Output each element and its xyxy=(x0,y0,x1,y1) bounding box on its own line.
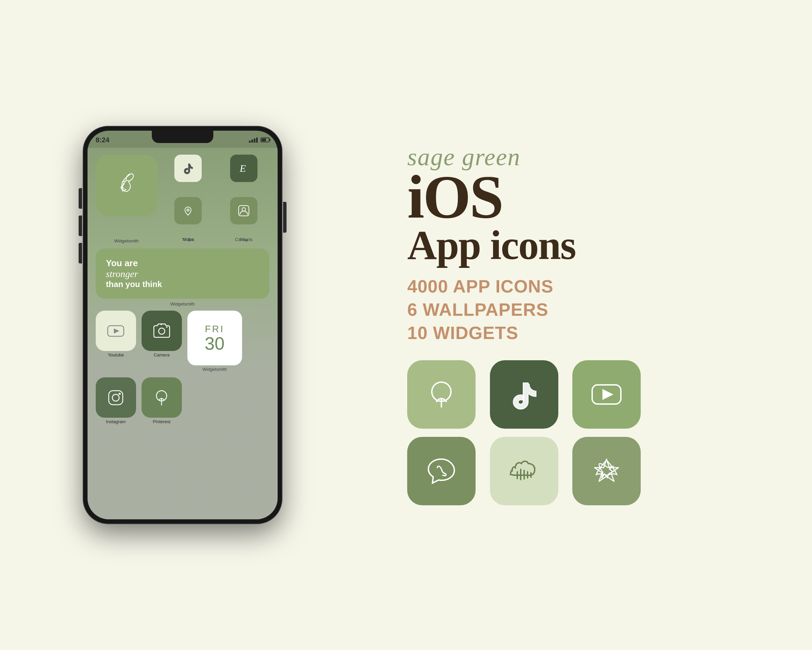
signal-bars-icon xyxy=(249,138,258,143)
tiktok-svg xyxy=(181,162,195,175)
calendar-widget[interactable]: FRI 30 xyxy=(187,310,242,366)
camera-label: Camera xyxy=(154,352,169,358)
feature-3: 10 WIDGETS xyxy=(407,323,553,343)
app-grid-top: Widgetsmith TikTok xyxy=(96,154,269,235)
small-app-grid: TikTok E Etsy xyxy=(163,154,269,235)
feature-2: 6 WALLPAPERS xyxy=(407,299,553,320)
main-container: 8:24 xyxy=(0,0,812,650)
svg-point-6 xyxy=(159,328,165,334)
calendar-day: FRI xyxy=(205,324,224,335)
bottom-icon-row: Instagram Pinterest xyxy=(96,377,269,424)
widgetsmith-icon-large[interactable] xyxy=(96,154,157,216)
right-section: sage green iOS App icons 4000 APP ICONS … xyxy=(394,145,728,505)
features-list: 4000 APP ICONS 6 WALLPAPERS 10 WIDGETS xyxy=(407,276,553,343)
signal-bar-2 xyxy=(251,139,253,143)
airplane-tile-svg xyxy=(589,454,624,488)
status-icons xyxy=(249,136,269,143)
maps-svg xyxy=(182,204,195,217)
status-time: 8:24 xyxy=(96,135,109,144)
youtube-svg xyxy=(106,321,125,340)
title-app-icons: App icons xyxy=(407,225,575,266)
pinterest-svg xyxy=(152,388,171,407)
motivation-text2: stronger xyxy=(106,269,259,280)
pinterest-tile-svg xyxy=(424,377,458,411)
viber-tile-svg xyxy=(424,454,458,488)
maps-label: Maps xyxy=(183,237,194,242)
svg-point-1 xyxy=(187,209,189,211)
icon-tile-soundcloud[interactable] xyxy=(490,437,558,505)
widgetsmith-label: Widgetsmith xyxy=(114,239,139,243)
youtube-icon[interactable] xyxy=(96,310,136,351)
instagram-label: Instagram xyxy=(106,419,126,424)
svg-marker-5 xyxy=(114,329,119,333)
soundcloud-tile-svg xyxy=(507,454,541,488)
instagram-icon[interactable] xyxy=(96,377,136,418)
pinterest-phone-icon[interactable] xyxy=(142,377,182,418)
phone-screen: 8:24 xyxy=(87,131,278,519)
widgetsmith-label-2: Widgetsmith xyxy=(96,301,269,306)
svg-text:E: E xyxy=(239,162,246,174)
motivation-text1: You are xyxy=(106,258,259,269)
icon-tile-pinterest[interactable] xyxy=(407,360,476,429)
bird-leaf-icon xyxy=(108,167,145,204)
phone-notch xyxy=(152,131,213,143)
icon-tile-airplane[interactable] xyxy=(572,437,641,505)
camera-icon[interactable]: ✦ xyxy=(142,310,182,351)
feature-1: 4000 APP ICONS xyxy=(407,276,553,297)
motivation-text3: than you think xyxy=(106,280,259,289)
title-ios: iOS xyxy=(407,169,502,225)
svg-rect-9 xyxy=(109,391,123,405)
signal-bar-4 xyxy=(256,138,258,143)
icons-grid xyxy=(407,360,647,505)
svg-point-3 xyxy=(242,208,246,211)
contacts-icon[interactable] xyxy=(230,197,258,225)
youtube-label: Youtube xyxy=(108,352,124,358)
tiktok-tile-svg xyxy=(507,377,541,411)
signal-bar-1 xyxy=(249,141,250,143)
battery-fill xyxy=(261,139,266,141)
icon-tile-tiktok[interactable] xyxy=(490,360,558,429)
bottom-app-row: Youtube ✦ xyxy=(96,310,269,372)
svg-point-11 xyxy=(119,393,121,395)
battery-icon xyxy=(261,138,269,142)
etsy-svg: E xyxy=(237,162,250,175)
icon-tile-viber[interactable] xyxy=(407,437,476,505)
maps-icon[interactable] xyxy=(174,197,202,225)
contacts-label: Contacts xyxy=(235,237,253,242)
contacts-svg xyxy=(237,204,250,217)
instagram-svg xyxy=(106,388,125,407)
svg-point-7 xyxy=(166,326,168,328)
svg-point-10 xyxy=(113,394,119,401)
youtube-tile-svg xyxy=(589,377,624,411)
calendar-date: 30 xyxy=(205,335,224,352)
widget-motivation[interactable]: You are stronger than you think xyxy=(96,248,269,299)
svg-text:✦: ✦ xyxy=(160,322,163,326)
icon-tile-youtube[interactable] xyxy=(572,360,641,429)
pinterest-label: Pinterest xyxy=(153,419,170,424)
phone-section: 8:24 xyxy=(84,127,282,523)
etsy-icon[interactable]: E xyxy=(230,154,258,182)
signal-bar-3 xyxy=(254,139,255,143)
phone-device: 8:24 xyxy=(84,127,282,523)
widgetsmith-label-3: Widgetsmith xyxy=(202,367,227,372)
tiktok-icon[interactable] xyxy=(174,154,202,182)
camera-svg: ✦ xyxy=(152,321,172,341)
svg-marker-17 xyxy=(603,389,614,400)
phone-content: Widgetsmith TikTok xyxy=(87,148,278,519)
